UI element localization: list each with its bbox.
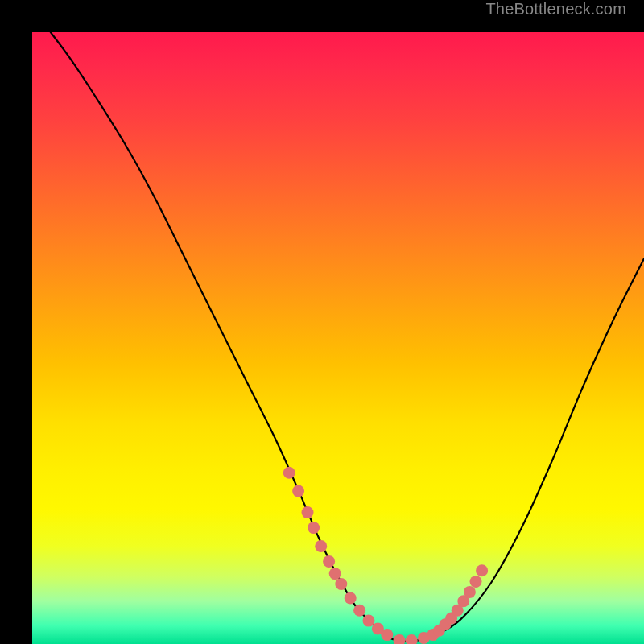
highlight-dot (308, 522, 320, 534)
highlight-dot (345, 592, 357, 605)
bottleneck-curve (51, 32, 644, 642)
highlight-dot (470, 576, 482, 588)
highlight-dot (323, 555, 335, 568)
highlight-dot (283, 467, 295, 479)
highlight-dot (292, 485, 304, 497)
highlight-dots (283, 467, 488, 644)
highlight-dot (476, 564, 488, 576)
highlight-dot (464, 586, 476, 598)
highlight-dot (381, 629, 393, 641)
highlight-dot (315, 540, 327, 552)
highlight-dot (353, 605, 365, 617)
curve-layer (32, 32, 644, 644)
highlight-dot (329, 568, 341, 580)
highlight-dot (363, 615, 375, 627)
highlight-dot (394, 634, 406, 644)
watermark-text: TheBottleneck.com (485, 0, 626, 19)
chart-frame (16, 16, 628, 628)
highlight-dot (302, 506, 314, 518)
plot-area (32, 32, 644, 644)
highlight-dot (335, 578, 347, 590)
highlight-dot (406, 634, 418, 644)
